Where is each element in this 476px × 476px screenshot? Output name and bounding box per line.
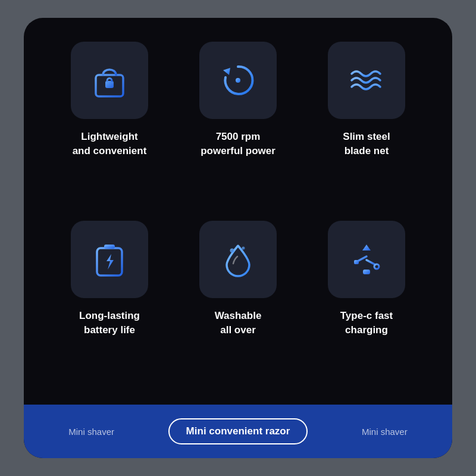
svg-point-6 <box>230 249 234 253</box>
bottom-tab-bar: Mini shaver Mini convenient razor Mini s… <box>24 405 452 458</box>
usb-icon <box>346 239 387 280</box>
svg-rect-1 <box>105 81 114 88</box>
svg-line-12 <box>367 260 375 265</box>
icon-box-lightweight <box>71 42 148 119</box>
svg-rect-14 <box>363 270 370 274</box>
features-grid: Lightweight and convenient <box>24 18 452 405</box>
rpm-icon <box>217 60 259 101</box>
feature-washable: Washable all over <box>181 221 295 386</box>
icon-box-blade <box>328 42 405 119</box>
svg-point-13 <box>374 264 379 269</box>
feature-charging: Type-c fast charging <box>309 221 424 386</box>
product-card: Lightweight and convenient <box>24 18 452 458</box>
feature-label-lightweight: Lightweight and convenient <box>73 130 147 158</box>
tab-mini-shaver-1[interactable]: Mini shaver <box>68 427 114 437</box>
feature-label-battery: Long-lasting battery life <box>79 309 140 337</box>
bag-icon <box>89 60 130 101</box>
feature-rpm: 7500 rpm powerful power <box>181 42 295 206</box>
feature-label-charging: Type-c fast charging <box>340 309 393 337</box>
svg-point-3 <box>236 78 240 83</box>
svg-rect-5 <box>104 245 115 249</box>
icon-box-battery <box>71 221 148 298</box>
feature-label-washable: Washable all over <box>215 309 262 337</box>
svg-marker-9 <box>362 245 371 250</box>
battery-icon <box>89 239 130 280</box>
feature-blade: Slim steel blade net <box>309 42 424 206</box>
svg-point-7 <box>242 247 245 250</box>
svg-rect-11 <box>354 260 359 264</box>
feature-label-rpm: 7500 rpm powerful power <box>201 130 275 158</box>
svg-marker-2 <box>223 68 230 75</box>
feature-label-blade: Slim steel blade net <box>343 130 390 158</box>
feature-battery: Long-lasting battery life <box>52 221 167 386</box>
icon-box-rpm <box>199 42 277 119</box>
blade-icon <box>346 60 387 101</box>
icon-box-washable <box>199 221 277 298</box>
icon-box-charging <box>328 221 405 298</box>
svg-rect-4 <box>97 248 122 275</box>
tab-mini-shaver-2[interactable]: Mini shaver <box>362 427 408 437</box>
svg-line-10 <box>358 256 367 261</box>
tab-mini-convenient-razor[interactable]: Mini convenient razor <box>168 418 308 444</box>
wash-icon <box>217 239 259 280</box>
feature-lightweight: Lightweight and convenient <box>52 42 167 206</box>
